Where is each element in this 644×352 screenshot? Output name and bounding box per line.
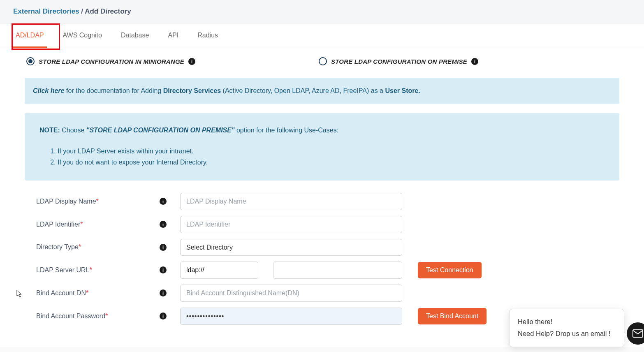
page-header: External Directories / Add Directory: [0, 0, 644, 23]
select-ldap-scheme[interactable]: ldap://: [180, 262, 258, 279]
test-bind-account-button[interactable]: Test Bind Account: [418, 308, 486, 324]
row-directory-type: Directory Type* i Select Directory: [25, 239, 619, 256]
breadcrumb-separator: /: [79, 7, 85, 15]
note-label: NOTE:: [39, 127, 60, 134]
input-ldap-identifier[interactable]: [180, 216, 402, 233]
label-ldap-server-url: LDAP Server URL*: [36, 266, 155, 274]
info-icon[interactable]: i: [160, 198, 167, 205]
config-location-radios: STORE LDAP CONFIGURATION IN MINIORANGE i…: [25, 57, 619, 65]
row-ldap-display-name: LDAP Display Name* i: [25, 193, 619, 210]
info-icon[interactable]: i: [160, 313, 167, 320]
label-ldap-display-name: LDAP Display Name*: [36, 198, 155, 205]
radio-indicator-selected: [26, 57, 35, 65]
radio-label: STORE LDAP CONFIGURATION IN MINIORANGE: [39, 58, 184, 65]
radio-indicator: [319, 57, 327, 65]
test-connection-button[interactable]: Test Connection: [418, 262, 482, 278]
radio-store-miniorange[interactable]: STORE LDAP CONFIGURATION IN MINIORANGE i: [26, 57, 195, 65]
tab-ad-ldap[interactable]: AD/LDAP: [12, 23, 47, 48]
radio-store-onpremise[interactable]: STORE LDAP CONFIGURATION ON PREMISE i: [319, 57, 478, 65]
info-icon[interactable]: i: [188, 58, 195, 65]
info-icon[interactable]: i: [160, 221, 167, 228]
label-ldap-identifier: LDAP Identifier*: [36, 221, 155, 228]
info-icon[interactable]: i: [160, 266, 167, 273]
select-directory-type[interactable]: Select Directory: [180, 239, 402, 256]
chat-line-1: Hello there!: [518, 316, 616, 328]
tab-radius[interactable]: Radius: [194, 23, 221, 48]
chat-popup: Hello there! Need Help? Drop us an email…: [509, 309, 624, 347]
row-ldap-server-url: LDAP Server URL* i ldap:// Test Connecti…: [25, 262, 619, 279]
breadcrumb-link[interactable]: External Directories: [13, 7, 79, 15]
note-quoted: "STORE LDAP CONFIGURATION ON PREMISE": [86, 127, 235, 134]
label-bind-dn: Bind Account DN*: [36, 289, 155, 297]
breadcrumb-current: Add Directory: [85, 7, 131, 15]
tab-api[interactable]: API: [164, 23, 182, 48]
note-list: If your LDAP Server exists within your i…: [58, 146, 605, 168]
info-icon[interactable]: i: [160, 289, 167, 296]
breadcrumb: External Directories / Add Directory: [13, 7, 631, 16]
row-bind-dn: Bind Account DN* i: [25, 285, 619, 302]
tab-database[interactable]: Database: [118, 23, 153, 48]
envelope-icon: [632, 329, 643, 338]
input-bind-password[interactable]: [180, 308, 402, 325]
label-bind-password: Bind Account Password*: [36, 313, 155, 320]
tab-aws-cognito[interactable]: AWS Cognito: [59, 23, 105, 48]
content: STORE LDAP CONFIGURATION IN MINIORANGE i…: [0, 48, 644, 347]
doc-link[interactable]: Click here: [33, 87, 64, 94]
radio-label: STORE LDAP CONFIGURATION ON PREMISE: [331, 58, 467, 65]
info-icon[interactable]: i: [160, 244, 167, 251]
input-ldap-display-name[interactable]: [180, 193, 402, 210]
documentation-banner: Click here for the documentation for Add…: [25, 78, 619, 104]
tabs: AD/LDAP AWS Cognito Database API Radius: [0, 23, 644, 48]
input-ldap-host[interactable]: [273, 262, 402, 279]
row-ldap-identifier: LDAP Identifier* i: [25, 216, 619, 233]
note-box: NOTE: Choose "STORE LDAP CONFIGURATION O…: [25, 113, 619, 181]
note-item-2: If you do not want to expose your Intern…: [58, 157, 605, 168]
note-item-1: If your LDAP Server exists within your i…: [58, 146, 605, 157]
label-directory-type: Directory Type*: [36, 243, 155, 251]
chat-line-2: Need Help? Drop us an email !: [518, 328, 616, 340]
info-icon[interactable]: i: [471, 58, 478, 65]
input-bind-dn[interactable]: [180, 285, 402, 302]
